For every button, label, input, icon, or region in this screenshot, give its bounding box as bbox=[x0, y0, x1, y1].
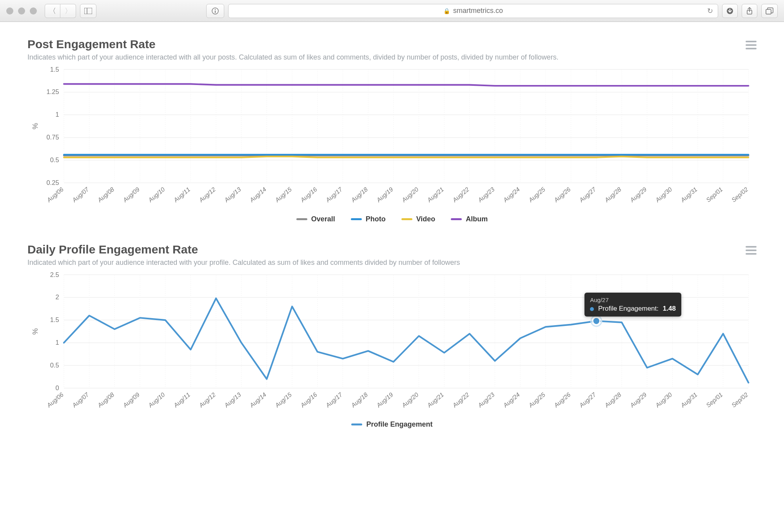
svg-text:Aug/06: Aug/06 bbox=[45, 391, 65, 409]
svg-text:Aug/15: Aug/15 bbox=[274, 391, 293, 409]
svg-text:2.5: 2.5 bbox=[50, 271, 59, 279]
svg-text:0.5: 0.5 bbox=[50, 362, 59, 369]
svg-rect-7 bbox=[766, 9, 771, 14]
svg-text:Sep/01: Sep/01 bbox=[705, 391, 724, 409]
tabs-icon bbox=[766, 7, 773, 14]
svg-text:Aug/06: Aug/06 bbox=[45, 186, 65, 203]
svg-text:1: 1 bbox=[55, 111, 59, 118]
svg-text:Aug/29: Aug/29 bbox=[628, 186, 648, 203]
svg-text:Aug/16: Aug/16 bbox=[299, 186, 318, 203]
chart1-subtitle: Indicates which part of your audience in… bbox=[27, 53, 757, 62]
svg-text:1: 1 bbox=[55, 339, 59, 346]
window-controls bbox=[6, 7, 37, 14]
chart2-tooltip: Aug/27 Profile Engagement: 1.48 bbox=[584, 293, 681, 317]
lock-icon: 🔒 bbox=[443, 8, 450, 14]
chart2-subtitle: Indicated which part of your audience in… bbox=[27, 259, 757, 267]
svg-text:Aug/17: Aug/17 bbox=[324, 186, 344, 204]
legend-video[interactable]: Video bbox=[401, 215, 436, 223]
maximize-window-icon[interactable] bbox=[30, 7, 37, 14]
svg-text:Aug/09: Aug/09 bbox=[122, 186, 141, 203]
svg-text:Aug/22: Aug/22 bbox=[451, 391, 470, 409]
svg-text:%: % bbox=[31, 123, 39, 130]
address-bar[interactable]: 🔒 smartmetrics.co ↻ bbox=[228, 4, 718, 18]
svg-point-146 bbox=[593, 317, 600, 325]
close-window-icon[interactable] bbox=[6, 7, 13, 14]
url-text: smartmetrics.co bbox=[453, 7, 503, 15]
sidebar-toggle-button[interactable] bbox=[80, 4, 96, 18]
svg-text:Aug/24: Aug/24 bbox=[502, 186, 521, 203]
chart1-legend: Overall Photo Video Album bbox=[27, 215, 757, 223]
tooltip-date: Aug/27 bbox=[590, 297, 676, 303]
download-icon bbox=[726, 7, 733, 14]
svg-rect-4 bbox=[215, 11, 216, 13]
chart-menu-button[interactable] bbox=[746, 246, 757, 255]
info-icon bbox=[212, 7, 219, 14]
svg-text:1.25: 1.25 bbox=[46, 88, 59, 96]
svg-text:Aug/12: Aug/12 bbox=[198, 186, 217, 203]
svg-text:Aug/18: Aug/18 bbox=[350, 186, 369, 203]
svg-text:Aug/21: Aug/21 bbox=[426, 186, 445, 204]
svg-text:Sep/02: Sep/02 bbox=[730, 391, 750, 409]
legend-photo[interactable]: Photo bbox=[351, 215, 386, 223]
svg-text:Aug/23: Aug/23 bbox=[476, 391, 496, 409]
svg-text:Aug/10: Aug/10 bbox=[147, 186, 166, 203]
svg-text:Aug/08: Aug/08 bbox=[96, 186, 116, 203]
reader-button[interactable] bbox=[206, 4, 224, 18]
svg-text:Aug/29: Aug/29 bbox=[628, 391, 648, 409]
svg-text:Aug/21: Aug/21 bbox=[426, 391, 445, 409]
downloads-button[interactable] bbox=[722, 4, 738, 18]
svg-text:0.25: 0.25 bbox=[46, 179, 59, 186]
chart-menu-button[interactable] bbox=[746, 41, 757, 49]
legend-profile-engagement[interactable]: Profile Engagement bbox=[351, 420, 432, 429]
svg-text:%: % bbox=[31, 328, 39, 335]
svg-text:1.5: 1.5 bbox=[50, 66, 59, 73]
svg-text:Aug/19: Aug/19 bbox=[375, 186, 394, 203]
svg-text:Aug/30: Aug/30 bbox=[654, 186, 673, 203]
chart2-legend: Profile Engagement bbox=[27, 420, 757, 429]
chart1-title: Post Engagement Rate bbox=[27, 38, 757, 51]
page-content: Post Engagement Rate Indicates which par… bbox=[0, 22, 784, 464]
svg-text:0.75: 0.75 bbox=[46, 134, 59, 141]
toolbar-right bbox=[722, 4, 778, 18]
svg-text:Aug/16: Aug/16 bbox=[299, 391, 318, 409]
chart2-title: Daily Profile Engagement Rate bbox=[27, 243, 757, 256]
svg-text:2: 2 bbox=[55, 293, 59, 301]
svg-text:Aug/15: Aug/15 bbox=[274, 186, 293, 203]
svg-point-3 bbox=[215, 9, 216, 9]
svg-text:Aug/31: Aug/31 bbox=[679, 186, 699, 204]
svg-text:0: 0 bbox=[55, 384, 59, 392]
minimize-window-icon[interactable] bbox=[18, 7, 25, 14]
legend-overall[interactable]: Overall bbox=[296, 215, 335, 223]
share-button[interactable] bbox=[742, 4, 757, 18]
svg-text:Aug/19: Aug/19 bbox=[375, 391, 394, 409]
svg-text:Aug/22: Aug/22 bbox=[451, 186, 470, 203]
back-button[interactable]: 〈 bbox=[45, 4, 60, 18]
svg-text:Aug/25: Aug/25 bbox=[527, 186, 546, 203]
tooltip-label: Profile Engagement: bbox=[598, 305, 659, 312]
svg-rect-0 bbox=[84, 8, 92, 14]
forward-button[interactable]: 〉 bbox=[60, 4, 76, 18]
svg-text:Aug/28: Aug/28 bbox=[603, 186, 623, 203]
legend-album[interactable]: Album bbox=[451, 215, 488, 223]
post-engagement-card: Post Engagement Rate Indicates which par… bbox=[27, 38, 757, 223]
tabs-button[interactable] bbox=[761, 4, 778, 18]
svg-text:Aug/07: Aug/07 bbox=[71, 186, 90, 204]
svg-text:Aug/24: Aug/24 bbox=[502, 391, 521, 409]
tooltip-series-color-icon bbox=[590, 307, 594, 311]
svg-text:Aug/08: Aug/08 bbox=[96, 391, 116, 409]
chart1-svg: 0.250.50.7511.251.5Aug/06Aug/07Aug/08Aug… bbox=[27, 65, 757, 211]
chart1-plot[interactable]: 0.250.50.7511.251.5Aug/06Aug/07Aug/08Aug… bbox=[27, 65, 757, 211]
reload-icon[interactable]: ↻ bbox=[707, 7, 713, 15]
nav-buttons: 〈 〉 bbox=[45, 4, 76, 18]
share-icon bbox=[746, 7, 753, 15]
svg-text:Aug/26: Aug/26 bbox=[552, 391, 572, 409]
sidebar-icon bbox=[84, 8, 92, 14]
svg-text:Aug/14: Aug/14 bbox=[248, 186, 268, 203]
svg-text:Aug/18: Aug/18 bbox=[350, 391, 369, 409]
svg-text:Aug/11: Aug/11 bbox=[172, 391, 191, 409]
svg-text:Sep/02: Sep/02 bbox=[730, 186, 750, 203]
svg-text:Aug/20: Aug/20 bbox=[400, 391, 420, 409]
chart2-plot[interactable]: 00.511.522.5Aug/06Aug/07Aug/08Aug/09Aug/… bbox=[27, 271, 757, 416]
svg-text:Aug/14: Aug/14 bbox=[248, 391, 268, 409]
svg-text:Aug/28: Aug/28 bbox=[603, 391, 623, 409]
